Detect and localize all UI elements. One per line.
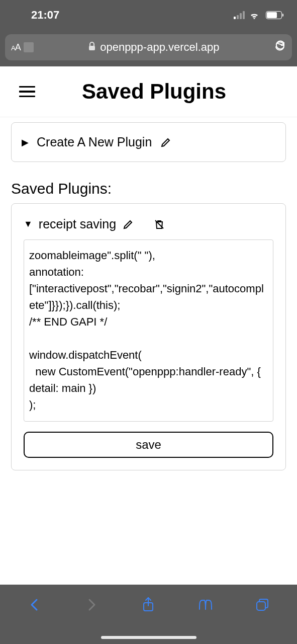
- trash-disabled-icon[interactable]: [153, 218, 165, 230]
- caret-right-icon: ▶: [22, 137, 29, 148]
- share-button[interactable]: [138, 595, 158, 615]
- extensions-icon[interactable]: [24, 42, 34, 52]
- back-button[interactable]: [25, 595, 45, 615]
- battery-icon: [266, 11, 282, 19]
- wifi-icon: [249, 11, 260, 19]
- plugin-code-editor[interactable]: zoomableimage".split(" "), annotation: […: [24, 239, 273, 422]
- app-header: Saved Plugins: [0, 66, 297, 117]
- create-plugin-panel[interactable]: ▶ Create A New Plugin: [11, 122, 286, 162]
- svg-rect-2: [257, 602, 265, 610]
- text-size-icon[interactable]: AA: [11, 42, 21, 53]
- home-indicator[interactable]: [101, 636, 196, 639]
- lock-icon: [88, 41, 96, 54]
- status-bar: 21:07: [0, 0, 297, 30]
- create-plugin-label: Create A New Plugin: [37, 135, 152, 149]
- svg-rect-0: [89, 46, 95, 50]
- bookmarks-button[interactable]: [195, 595, 216, 615]
- status-time: 21:07: [31, 9, 59, 22]
- refresh-button[interactable]: [274, 40, 286, 54]
- tabs-button[interactable]: [252, 595, 272, 615]
- browser-toolbar: [0, 585, 297, 644]
- reader-controls[interactable]: AA: [11, 42, 34, 53]
- plugin-card: ▼ receipt saving zoomableimage".split(" …: [11, 203, 286, 470]
- saved-plugins-heading: Saved Plugins:: [11, 180, 286, 197]
- pencil-icon[interactable]: [160, 136, 172, 148]
- save-button[interactable]: save: [24, 432, 273, 458]
- page-title: Saved Plugins: [20, 79, 288, 104]
- page-content: Saved Plugins ▶ Create A New Plugin Save…: [0, 66, 297, 470]
- cellular-signal-icon: [234, 11, 245, 19]
- status-icons: [234, 11, 282, 19]
- plugin-name: receipt saving: [39, 217, 116, 231]
- browser-chrome: AA openppp-app.vercel.app: [0, 30, 297, 66]
- plugin-card-header[interactable]: ▼ receipt saving: [24, 217, 273, 231]
- caret-down-icon: ▼: [24, 219, 33, 229]
- url-display[interactable]: openppp-app.vercel.app: [34, 41, 274, 54]
- pencil-icon[interactable]: [122, 218, 134, 230]
- url-bar[interactable]: AA openppp-app.vercel.app: [5, 34, 292, 60]
- url-text: openppp-app.vercel.app: [100, 41, 219, 54]
- forward-button: [81, 595, 102, 615]
